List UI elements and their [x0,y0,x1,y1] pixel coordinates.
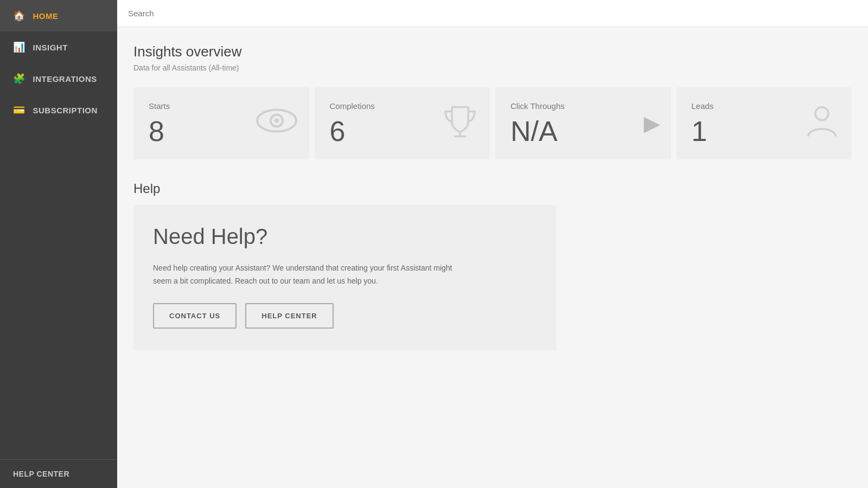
search-input[interactable] [128,5,857,21]
sidebar-help-center[interactable]: HELP CENTER [0,459,117,488]
metric-card-clickthroughs: Click Throughs N/A ► [495,87,671,159]
metric-completions-value: 6 [330,117,475,145]
metric-card-completions: Completions 6 [315,87,490,159]
metric-card-leads: Leads 1 [676,87,852,159]
main-content: Insights overview Data for all Assistant… [117,0,868,488]
sidebar-item-subscription-label: SUBSCRIPTION [33,106,98,115]
metric-starts-value: 8 [149,117,294,145]
metric-completions-label: Completions [330,101,475,111]
insights-title: Insights overview [133,43,852,60]
help-card-text: Need help creating your Assistant? We un… [153,262,457,288]
metric-leads-value: 1 [692,117,837,145]
sidebar-item-integrations-label: INTEGRATIONS [33,74,97,84]
help-center-label: HELP CENTER [13,470,69,478]
sidebar-item-subscription[interactable]: 💳 SUBSCRIPTION [0,94,117,126]
metric-clickthroughs-value: N/A [510,117,656,145]
sidebar-item-home-label: HOME [33,11,59,21]
sidebar: 🏠 HOME 📊 INSIGHT 🧩 INTEGRATIONS 💳 SUBSCR… [0,0,117,488]
metric-card-starts: Starts 8 [133,87,309,159]
help-buttons: CONTACT US HELP CENTER [153,303,537,329]
help-card: Need Help? Need help creating your Assis… [133,205,557,350]
help-card-title: Need Help? [153,224,537,249]
subscription-icon: 💳 [13,104,25,116]
metric-clickthroughs-label: Click Throughs [510,101,656,111]
help-center-button[interactable]: HELP CENTER [245,303,334,329]
sidebar-item-home[interactable]: 🏠 HOME [0,0,117,31]
home-icon: 🏠 [13,10,25,22]
contact-us-button[interactable]: CONTACT US [153,303,237,329]
metric-leads-label: Leads [692,101,837,111]
metric-starts-label: Starts [149,101,294,111]
insight-icon: 📊 [13,41,25,53]
search-container [117,0,868,27]
insights-subtitle: Data for all Assistants (All-time) [133,63,852,72]
page-content: Insights overview Data for all Assistant… [117,27,868,488]
sidebar-item-integrations[interactable]: 🧩 INTEGRATIONS [0,63,117,94]
integrations-icon: 🧩 [13,73,25,85]
sidebar-item-insight-label: INSIGHT [33,43,68,52]
metrics-row: Starts 8 Completions 6 [133,87,852,159]
help-section-title: Help [133,181,852,196]
sidebar-item-insight[interactable]: 📊 INSIGHT [0,31,117,63]
